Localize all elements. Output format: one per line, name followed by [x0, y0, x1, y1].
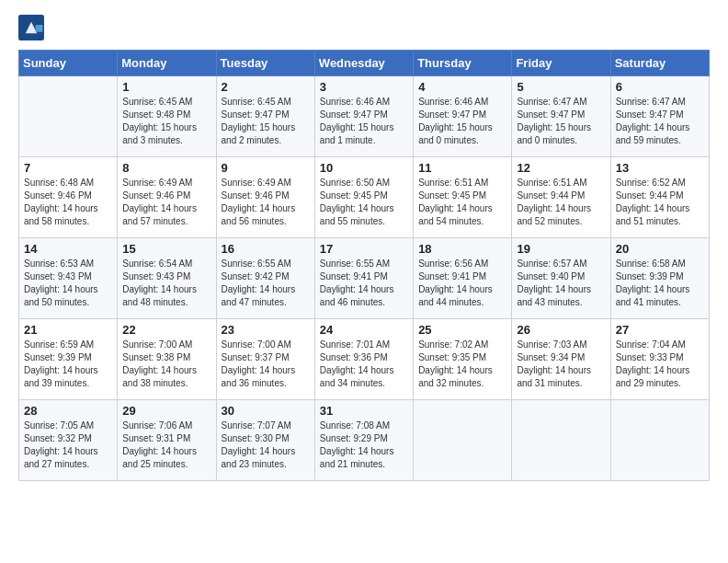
- calendar-table: SundayMondayTuesdayWednesdayThursdayFrid…: [18, 50, 710, 481]
- calendar-cell: 19Sunrise: 6:57 AMSunset: 9:40 PMDayligh…: [512, 238, 610, 319]
- day-info: Sunrise: 6:55 AMSunset: 9:41 PMDaylight:…: [320, 259, 394, 307]
- day-info: Sunrise: 6:58 AMSunset: 9:39 PMDaylight:…: [616, 259, 690, 307]
- day-number: 6: [616, 80, 704, 94]
- day-number: 10: [320, 161, 408, 175]
- day-info: Sunrise: 7:05 AMSunset: 9:32 PMDaylight:…: [24, 420, 98, 469]
- day-number: 19: [517, 242, 605, 256]
- calendar-cell: 29Sunrise: 7:06 AMSunset: 9:31 PMDayligh…: [118, 400, 216, 481]
- day-header-tuesday: Tuesday: [216, 51, 314, 76]
- day-number: 24: [320, 323, 408, 337]
- day-info: Sunrise: 6:57 AMSunset: 9:40 PMDaylight:…: [517, 259, 591, 307]
- day-number: 13: [616, 161, 704, 175]
- day-info: Sunrise: 7:00 AMSunset: 9:37 PMDaylight:…: [222, 339, 296, 388]
- calendar-cell: 10Sunrise: 6:50 AMSunset: 9:45 PMDayligh…: [314, 157, 413, 238]
- day-number: 14: [24, 242, 112, 256]
- logo: [18, 15, 48, 40]
- day-number: 29: [122, 404, 210, 418]
- calendar-cell: [19, 76, 118, 157]
- day-header-monday: Monday: [118, 51, 216, 76]
- calendar-cell: 28Sunrise: 7:05 AMSunset: 9:32 PMDayligh…: [19, 400, 118, 481]
- day-number: 26: [517, 323, 605, 337]
- day-info: Sunrise: 6:50 AMSunset: 9:45 PMDaylight:…: [320, 178, 394, 226]
- day-number: 20: [616, 242, 704, 256]
- day-number: 5: [517, 80, 605, 94]
- day-info: Sunrise: 7:00 AMSunset: 9:38 PMDaylight:…: [122, 339, 197, 388]
- calendar-cell: 20Sunrise: 6:58 AMSunset: 9:39 PMDayligh…: [610, 238, 709, 319]
- calendar-cell: 6Sunrise: 6:47 AMSunset: 9:47 PMDaylight…: [610, 76, 709, 157]
- day-info: Sunrise: 7:01 AMSunset: 9:36 PMDaylight:…: [320, 339, 394, 388]
- day-info: Sunrise: 6:47 AMSunset: 9:47 PMDaylight:…: [517, 97, 591, 145]
- week-row-1: 1Sunrise: 6:45 AMSunset: 9:48 PMDaylight…: [19, 76, 710, 157]
- day-info: Sunrise: 6:45 AMSunset: 9:48 PMDaylight:…: [122, 97, 197, 145]
- day-number: 21: [24, 323, 112, 337]
- day-number: 23: [222, 323, 310, 337]
- day-number: 22: [122, 323, 210, 337]
- day-info: Sunrise: 6:56 AMSunset: 9:41 PMDaylight:…: [418, 259, 493, 307]
- day-info: Sunrise: 6:51 AMSunset: 9:44 PMDaylight:…: [517, 178, 591, 226]
- day-info: Sunrise: 6:53 AMSunset: 9:43 PMDaylight:…: [24, 259, 98, 307]
- header-row: SundayMondayTuesdayWednesdayThursdayFrid…: [19, 51, 710, 76]
- calendar-cell: 25Sunrise: 7:02 AMSunset: 9:35 PMDayligh…: [414, 319, 512, 400]
- day-info: Sunrise: 6:59 AMSunset: 9:39 PMDaylight:…: [24, 339, 98, 388]
- day-number: 28: [24, 404, 112, 418]
- calendar-cell: 26Sunrise: 7:03 AMSunset: 9:34 PMDayligh…: [512, 319, 610, 400]
- calendar-cell: 2Sunrise: 6:45 AMSunset: 9:47 PMDaylight…: [216, 76, 314, 157]
- day-header-saturday: Saturday: [610, 51, 709, 76]
- calendar-cell: 27Sunrise: 7:04 AMSunset: 9:33 PMDayligh…: [610, 319, 709, 400]
- day-info: Sunrise: 6:46 AMSunset: 9:47 PMDaylight:…: [320, 97, 394, 145]
- day-number: 18: [418, 242, 506, 256]
- day-header-thursday: Thursday: [414, 51, 512, 76]
- page-header: [18, 15, 710, 40]
- calendar-cell: [610, 400, 709, 481]
- calendar-cell: 8Sunrise: 6:49 AMSunset: 9:46 PMDaylight…: [118, 157, 216, 238]
- calendar-cell: 11Sunrise: 6:51 AMSunset: 9:45 PMDayligh…: [414, 157, 512, 238]
- day-info: Sunrise: 6:49 AMSunset: 9:46 PMDaylight:…: [222, 178, 296, 226]
- day-info: Sunrise: 7:02 AMSunset: 9:35 PMDaylight:…: [418, 339, 493, 388]
- day-info: Sunrise: 6:49 AMSunset: 9:46 PMDaylight:…: [122, 178, 197, 226]
- day-info: Sunrise: 6:55 AMSunset: 9:42 PMDaylight:…: [222, 259, 296, 307]
- day-info: Sunrise: 6:48 AMSunset: 9:46 PMDaylight:…: [24, 178, 98, 226]
- calendar-cell: 18Sunrise: 6:56 AMSunset: 9:41 PMDayligh…: [414, 238, 512, 319]
- calendar-cell: 13Sunrise: 6:52 AMSunset: 9:44 PMDayligh…: [610, 157, 709, 238]
- week-row-2: 7Sunrise: 6:48 AMSunset: 9:46 PMDaylight…: [19, 157, 710, 238]
- calendar-cell: 24Sunrise: 7:01 AMSunset: 9:36 PMDayligh…: [314, 319, 413, 400]
- day-header-friday: Friday: [512, 51, 610, 76]
- calendar-cell: 4Sunrise: 6:46 AMSunset: 9:47 PMDaylight…: [414, 76, 512, 157]
- day-number: 30: [222, 404, 310, 418]
- day-number: 25: [418, 323, 506, 337]
- calendar-cell: 9Sunrise: 6:49 AMSunset: 9:46 PMDaylight…: [216, 157, 314, 238]
- day-number: 11: [418, 161, 506, 175]
- day-number: 27: [616, 323, 704, 337]
- logo-icon: [18, 15, 44, 40]
- day-header-sunday: Sunday: [19, 51, 118, 76]
- calendar-cell: 12Sunrise: 6:51 AMSunset: 9:44 PMDayligh…: [512, 157, 610, 238]
- calendar-cell: 31Sunrise: 7:08 AMSunset: 9:29 PMDayligh…: [314, 400, 413, 481]
- svg-rect-2: [36, 25, 43, 32]
- day-info: Sunrise: 7:06 AMSunset: 9:31 PMDaylight:…: [122, 420, 197, 469]
- day-info: Sunrise: 6:45 AMSunset: 9:47 PMDaylight:…: [222, 97, 296, 145]
- day-number: 8: [122, 161, 210, 175]
- week-row-3: 14Sunrise: 6:53 AMSunset: 9:43 PMDayligh…: [19, 238, 710, 319]
- week-row-5: 28Sunrise: 7:05 AMSunset: 9:32 PMDayligh…: [19, 400, 710, 481]
- calendar-cell: 23Sunrise: 7:00 AMSunset: 9:37 PMDayligh…: [216, 319, 314, 400]
- day-info: Sunrise: 7:04 AMSunset: 9:33 PMDaylight:…: [616, 339, 690, 388]
- calendar-cell: 16Sunrise: 6:55 AMSunset: 9:42 PMDayligh…: [216, 238, 314, 319]
- day-number: 12: [517, 161, 605, 175]
- day-number: 9: [222, 161, 310, 175]
- day-number: 4: [418, 80, 506, 94]
- day-number: 16: [222, 242, 310, 256]
- day-info: Sunrise: 6:52 AMSunset: 9:44 PMDaylight:…: [616, 178, 690, 226]
- calendar-cell: 5Sunrise: 6:47 AMSunset: 9:47 PMDaylight…: [512, 76, 610, 157]
- day-number: 17: [320, 242, 408, 256]
- calendar-cell: [414, 400, 512, 481]
- day-number: 1: [122, 80, 210, 94]
- calendar-cell: 21Sunrise: 6:59 AMSunset: 9:39 PMDayligh…: [19, 319, 118, 400]
- day-info: Sunrise: 6:54 AMSunset: 9:43 PMDaylight:…: [122, 259, 197, 307]
- week-row-4: 21Sunrise: 6:59 AMSunset: 9:39 PMDayligh…: [19, 319, 710, 400]
- day-info: Sunrise: 7:08 AMSunset: 9:29 PMDaylight:…: [320, 420, 394, 469]
- day-number: 31: [320, 404, 408, 418]
- day-info: Sunrise: 6:46 AMSunset: 9:47 PMDaylight:…: [418, 97, 493, 145]
- calendar-cell: 30Sunrise: 7:07 AMSunset: 9:30 PMDayligh…: [216, 400, 314, 481]
- day-info: Sunrise: 6:51 AMSunset: 9:45 PMDaylight:…: [418, 178, 493, 226]
- day-number: 15: [122, 242, 210, 256]
